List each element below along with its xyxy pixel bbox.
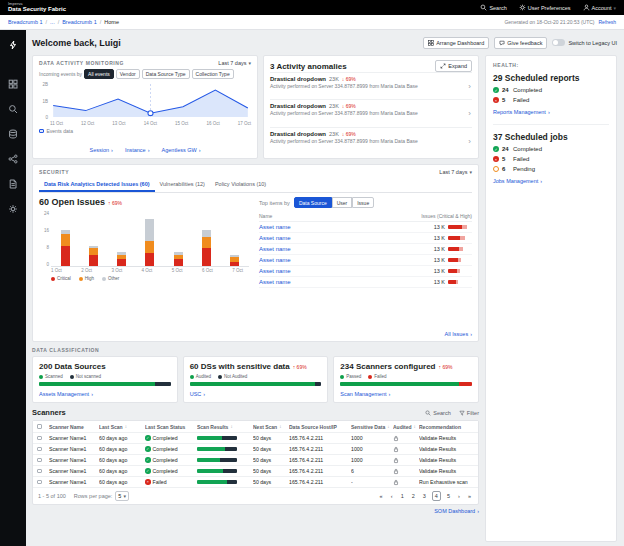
user-preferences-button[interactable]: User Preferences <box>519 4 571 11</box>
filter-vendor[interactable]: Vendor <box>116 69 140 79</box>
filter-data-source-type[interactable]: Data Source Type <box>142 69 190 79</box>
brand-logo[interactable]: Imperva Data Security Fabric <box>8 2 66 13</box>
tab-policy-violations[interactable]: Policy Violations (10) <box>210 178 271 192</box>
page-1-button[interactable]: 1 <box>399 492 406 500</box>
row-checkbox[interactable] <box>37 480 42 485</box>
instance-link[interactable]: Instance› <box>125 147 150 153</box>
asset-name-link[interactable]: Asset name <box>259 235 291 241</box>
chevron-right-icon[interactable]: › <box>468 82 471 91</box>
sidebar-item-settings[interactable] <box>5 201 21 216</box>
give-feedback-button[interactable]: Give feedback <box>494 37 547 49</box>
segment-issue[interactable]: Issue <box>352 197 374 208</box>
column-scanner-name[interactable]: Scanner Name <box>49 424 99 430</box>
sort-icon[interactable]: ↕ <box>230 424 232 429</box>
anomaly-row[interactable]: Drastical dropdown 23K ↓ 69% Activity pe… <box>270 127 472 154</box>
sidebar-item-reports[interactable] <box>5 176 21 191</box>
passed-dot-icon <box>340 375 344 379</box>
expand-button[interactable]: Expand <box>435 60 472 72</box>
jobs-management-link[interactable]: Jobs Management› <box>493 178 609 184</box>
row-checkbox[interactable] <box>37 458 42 463</box>
page-3-button[interactable]: 3 <box>421 492 428 500</box>
anomaly-row[interactable]: Drastical dropdown 23K ↓ 69% Activity pe… <box>270 99 472 126</box>
page-4-button[interactable]: 4 <box>432 491 441 501</box>
select-all-checkbox[interactable] <box>37 424 42 429</box>
events-data-checkbox[interactable] <box>39 129 44 134</box>
prev-page-button[interactable]: ‹ <box>389 492 395 500</box>
scanners-filter-button[interactable]: Filter <box>459 410 479 416</box>
segment-user[interactable]: User <box>332 197 353 208</box>
sidebar-item-dashboards[interactable] <box>5 76 21 91</box>
table-row[interactable]: Scanner Name1 60 days ago ✓Completed 50 … <box>33 433 478 444</box>
scanners-search[interactable]: Search <box>425 410 450 416</box>
asset-name-link[interactable]: Asset name <box>259 257 291 263</box>
column-scan-results[interactable]: Scan Results↕ <box>197 424 253 430</box>
breadcrumb-ellipsis[interactable]: ... <box>50 19 55 25</box>
session-link[interactable]: Session› <box>89 147 112 153</box>
sidebar-item-topology[interactable] <box>5 151 21 166</box>
legacy-ui-toggle[interactable]: Switch to Legacy UI <box>552 39 617 46</box>
last-page-button[interactable]: » <box>466 492 473 500</box>
sort-icon[interactable]: ↕ <box>414 424 416 429</box>
usc-link[interactable]: USC› <box>190 391 322 397</box>
sort-icon[interactable]: ↕ <box>125 424 127 429</box>
column-last-scan[interactable]: Last Scan↕ <box>99 424 145 430</box>
sort-down-icon[interactable]: ↓ <box>387 424 389 429</box>
column-host-ip[interactable]: Data Source Host/IP <box>289 424 351 430</box>
account-menu[interactable]: Account ▾ <box>583 4 616 11</box>
chevron-right-icon[interactable]: › <box>468 136 471 145</box>
column-last-scan-status[interactable]: Last Scan Status <box>145 424 197 430</box>
first-page-button[interactable]: « <box>378 492 385 500</box>
asset-name-link[interactable]: Asset name <box>259 279 291 285</box>
breadcrumb-link-1[interactable]: Breadcrumb 1 <box>8 19 43 25</box>
page-2-button[interactable]: 2 <box>410 492 417 500</box>
sidebar-item-home[interactable] <box>5 37 21 52</box>
sort-icon[interactable]: ↕ <box>279 424 281 429</box>
sidebar-item-discovery[interactable] <box>5 101 21 116</box>
filter-collection-type[interactable]: Collection Type <box>192 69 234 79</box>
segment-data-source[interactable]: Data Source <box>294 197 332 208</box>
security-range-select[interactable]: Last 7 days ▾ <box>439 169 472 175</box>
page-5-button[interactable]: 5 <box>445 492 452 500</box>
dam-line-chart[interactable] <box>50 82 251 120</box>
next-scan-cell: 50 days <box>253 468 289 474</box>
agentless-gw-link[interactable]: Agentless GW› <box>162 147 201 153</box>
refresh-link[interactable]: Refresh <box>598 19 616 25</box>
row-checkbox[interactable] <box>37 447 42 452</box>
table-row[interactable]: Scanner Name1 60 days ago ✓Completed 50 … <box>33 455 478 466</box>
issues-bars[interactable] <box>51 211 249 267</box>
dam-range-select[interactable]: Last 7 days ▾ <box>218 60 251 66</box>
row-checkbox[interactable] <box>37 436 42 441</box>
table-row[interactable]: Scanner Name1 60 days ago ✓Completed 50 … <box>33 444 478 455</box>
scanners-search-label: Search <box>433 410 450 416</box>
assets-management-link[interactable]: Assets Management› <box>39 391 171 397</box>
all-issues-link[interactable]: All Issues› <box>445 331 472 337</box>
column-next-scan[interactable]: Next Scan↕ <box>253 424 289 430</box>
global-search-button[interactable]: Search <box>480 4 506 11</box>
asset-name-link[interactable]: Asset name <box>259 246 291 252</box>
passed-label: Passed <box>346 374 361 379</box>
chevron-right-icon: › <box>548 109 550 115</box>
toggle-switch[interactable] <box>552 39 565 46</box>
column-sensitive-data[interactable]: Sensitive Data↓ <box>351 424 393 430</box>
tab-dra-detected-issues[interactable]: Data Risk Analytics Detected Issues (60) <box>39 178 155 192</box>
column-recommendation[interactable]: Recommendation <box>419 424 474 430</box>
reports-management-link[interactable]: Reports Management› <box>493 109 609 115</box>
breadcrumb-link-2[interactable]: Breadcrumb 1 <box>62 19 97 25</box>
asset-name-link[interactable]: Asset name <box>259 268 291 274</box>
row-checkbox[interactable] <box>37 469 42 474</box>
tab-vulnerabilities[interactable]: Vulnerabilities (12) <box>155 178 210 192</box>
chevron-right-icon[interactable]: › <box>468 109 471 118</box>
rows-per-page-select[interactable]: 5▾ <box>115 491 129 501</box>
sidebar-item-data-sources[interactable] <box>5 126 21 141</box>
anomaly-row[interactable]: Drastical dropdown 23K ↓ 69% Activity pe… <box>270 72 472 99</box>
arrange-dashboard-button[interactable]: Arrange Dashboard <box>423 37 489 49</box>
asset-name-link[interactable]: Asset name <box>259 224 291 230</box>
next-page-button[interactable]: › <box>456 492 462 500</box>
column-audited[interactable]: Audited↕ <box>393 424 419 430</box>
scan-management-link[interactable]: Scan Management› <box>340 391 472 397</box>
security-section-title: Security <box>39 169 69 175</box>
som-dashboard-link[interactable]: SOM Dashboard› <box>434 508 479 514</box>
filter-all-events[interactable]: All events <box>84 69 114 79</box>
table-row[interactable]: Scanner Name1 60 days ago ✓Completed 50 … <box>33 466 478 477</box>
table-row[interactable]: Scanner Name1 60 days ago ×Failed 50 day… <box>33 477 478 488</box>
